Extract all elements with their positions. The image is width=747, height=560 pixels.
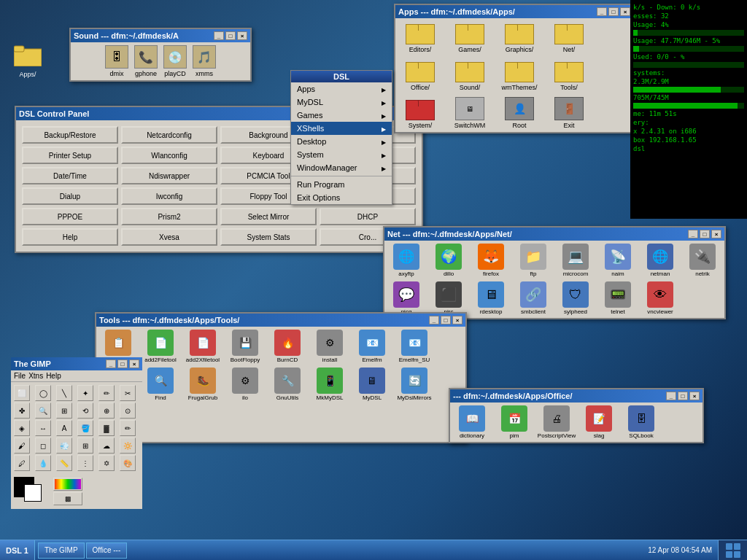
- sound-item-playcd[interactable]: 💿 playCD: [163, 45, 187, 77]
- net-rdesktop[interactable]: 🖥rdesktop: [472, 281, 510, 315]
- tools-add2filetool[interactable]: 📄add2Filetool: [142, 330, 179, 363]
- gimp-close-btn[interactable]: ×: [129, 359, 139, 368]
- gimp-tool-eraser[interactable]: ◻: [35, 438, 51, 454]
- menu-item-exit[interactable]: Exit Options: [291, 191, 392, 204]
- office-postscriptview[interactable]: 🖨PostscriptView: [538, 405, 576, 439]
- btn-wlanconfig[interactable]: Wlanconfig: [121, 147, 217, 164]
- net-titlebar[interactable]: Net --- dfm:~/.dfmdesk/Apps/Net/ _ □ ×: [384, 228, 724, 241]
- net-firefox[interactable]: 🦊firefox: [472, 244, 510, 277]
- sound-item-gphone[interactable]: 📞 gphone: [134, 45, 158, 77]
- gimp-tool-magnify[interactable]: 🔍: [35, 402, 51, 419]
- exit-item[interactable]: 🚪 Exit: [547, 97, 591, 129]
- gimp-tool-rotate[interactable]: ⟲: [77, 402, 93, 419]
- gimp-maximize-btn[interactable]: □: [117, 359, 128, 368]
- btn-backup-restore[interactable]: Backup/Restore: [22, 126, 118, 144]
- tools-frugalgrub[interactable]: 🥾FrugalGrub: [184, 368, 222, 401]
- folder-sound[interactable]: Sound/: [448, 59, 492, 91]
- net-minimize-btn[interactable]: _: [688, 230, 698, 238]
- btn-netcardconfig[interactable]: Netcardconfig: [121, 126, 217, 144]
- tools-minimize-btn[interactable]: _: [429, 316, 439, 324]
- gimp-tool-fuzzy[interactable]: ✦: [77, 385, 93, 401]
- tools-maximize-btn[interactable]: □: [441, 316, 451, 324]
- gimp-tool-measure[interactable]: 📏: [56, 455, 72, 471]
- net-telnet[interactable]: 📟telnet: [599, 281, 637, 315]
- folder-games[interactable]: Games/: [448, 21, 492, 53]
- gimp-tool-blur[interactable]: ☁: [98, 438, 115, 454]
- btn-xvesa[interactable]: Xvesa: [121, 228, 217, 246]
- btn-printer-setup[interactable]: Printer Setup: [22, 147, 118, 164]
- gimp-menu-file[interactable]: File: [14, 372, 26, 380]
- menu-item-games[interactable]: Games: [291, 109, 392, 122]
- menu-item-system[interactable]: System: [291, 148, 392, 161]
- folder-tools[interactable]: Tools/: [547, 59, 591, 91]
- net-naim[interactable]: 📡naim: [599, 244, 637, 277]
- taskbar-dsl-btn[interactable]: DSL 1: [0, 540, 35, 560]
- net-smbclient[interactable]: 🔗smbclient: [514, 281, 552, 315]
- gimp-minimize-btn[interactable]: _: [106, 359, 116, 368]
- tools-titlebar[interactable]: Tools --- dfm:~/.dfmdesk/Apps/Tools/ _ □…: [96, 314, 465, 327]
- sound-close-btn[interactable]: ×: [237, 31, 247, 40]
- gimp-tool-ellipse[interactable]: ◯: [35, 385, 51, 401]
- sound-item-dmix[interactable]: 🎛 dmix: [105, 45, 128, 77]
- gimp-tool-text[interactable]: A: [56, 420, 72, 436]
- gimp-tool-heal[interactable]: ✡: [98, 455, 115, 471]
- menu-item-mydsl[interactable]: MyDSL: [291, 96, 392, 109]
- net-sylpheed[interactable]: 🛡sylpheed: [557, 281, 595, 315]
- net-nirc[interactable]: ⬛nirc: [430, 281, 468, 315]
- desktop-icon-apps[interactable]: Apps/: [6, 40, 50, 78]
- tools-find[interactable]: 🔍Find: [142, 368, 179, 401]
- office-slag[interactable]: 📝slag: [580, 405, 618, 439]
- sound-item-xmms[interactable]: 🎵 xmms: [193, 45, 216, 77]
- gimp-tool-flip[interactable]: ↔: [35, 420, 51, 436]
- tools-add2xfiletool[interactable]: 📄add2Xfiletool: [184, 330, 222, 363]
- gimp-tool-dodge[interactable]: 🔆: [120, 438, 136, 454]
- sound-titlebar[interactable]: Sound --- dfm:~/.dfmdesk/A _ □ ×: [71, 29, 250, 42]
- folder-graphics[interactable]: Graphics/: [498, 21, 541, 53]
- gimp-tool-blend[interactable]: ▓: [98, 420, 115, 436]
- menu-item-desktop[interactable]: Desktop: [291, 135, 392, 148]
- btn-select-mirror[interactable]: Select Mirror: [220, 208, 317, 225]
- net-microcom[interactable]: 💻microcom: [557, 244, 595, 277]
- net-netrik[interactable]: 🔌netrik: [684, 244, 721, 277]
- office-pim[interactable]: 📅pim: [495, 405, 533, 439]
- gimp-tool-pencil[interactable]: ✏: [120, 420, 136, 436]
- folder-editors[interactable]: Editors/: [398, 21, 442, 53]
- tools-emelfm-su[interactable]: 📧Emelfm_SU: [395, 330, 433, 363]
- apps-minimize-btn[interactable]: _: [597, 7, 607, 16]
- switchwm-item[interactable]: 🖥 SwitchWM: [448, 97, 492, 129]
- net-dillo[interactable]: 🌍dillo: [430, 244, 468, 277]
- tools-ilo[interactable]: ⚙ilo: [226, 368, 264, 401]
- tools-bootfloppy[interactable]: 💾BootFloppy: [226, 330, 264, 363]
- gimp-tool-bezier[interactable]: ✏: [98, 385, 115, 401]
- gimp-tool-clone[interactable]: ⊞: [77, 438, 93, 454]
- tools-install[interactable]: ⚙install: [311, 330, 349, 363]
- tools-mydsl[interactable]: 🖥MyDSL: [353, 368, 391, 401]
- menu-item-run[interactable]: Run Program: [291, 178, 392, 191]
- sound-minimize-btn[interactable]: _: [214, 31, 224, 40]
- gimp-menu-help[interactable]: Help: [46, 372, 61, 380]
- apps-titlebar[interactable]: Apps --- dfm:~/.dfmdesk/Apps/ _ □ ×: [395, 5, 633, 18]
- tools-gnuutils[interactable]: 🔧GnuUtils: [268, 368, 306, 401]
- net-vncviewer[interactable]: 👁vncviewer: [641, 281, 679, 315]
- net-close-btn[interactable]: ×: [711, 230, 721, 238]
- net-ftp[interactable]: 📁ftp: [514, 244, 552, 277]
- menu-item-windowmanager[interactable]: WindowManager: [291, 161, 392, 174]
- gimp-tool-move[interactable]: ✤: [14, 402, 30, 419]
- tools-mkmydsl[interactable]: 📱MkMyDSL: [311, 368, 349, 401]
- gimp-tool-bucket[interactable]: 🪣: [77, 420, 93, 436]
- btn-system-stats[interactable]: System Stats: [220, 228, 317, 246]
- gimp-tool-airbrush[interactable]: 💨: [56, 438, 72, 454]
- gimp-menu-xtns[interactable]: Xtns: [28, 372, 43, 380]
- btn-pppoe[interactable]: PPPOE: [22, 208, 118, 225]
- btn-help[interactable]: Help: [22, 228, 118, 246]
- btn-dhcp[interactable]: DHCP: [320, 208, 416, 225]
- sound-maximize-btn[interactable]: □: [225, 31, 236, 40]
- gimp-tool-shear[interactable]: ⊙: [120, 402, 136, 419]
- gimp-tool-color-balance[interactable]: 🎨: [120, 455, 136, 471]
- gimp-tool-scale[interactable]: ⊕: [98, 402, 115, 419]
- office-titlebar[interactable]: --- dfm:~/.dfmdesk/Apps/Office/ _ □ ×: [450, 389, 703, 402]
- gimp-tool-paint[interactable]: 🖌: [14, 438, 30, 454]
- taskbar-office-btn[interactable]: Office ---: [86, 542, 128, 559]
- gimp-titlebar[interactable]: The GIMP _ □ ×: [11, 357, 142, 370]
- gimp-tool-perspective[interactable]: ◈: [14, 420, 30, 436]
